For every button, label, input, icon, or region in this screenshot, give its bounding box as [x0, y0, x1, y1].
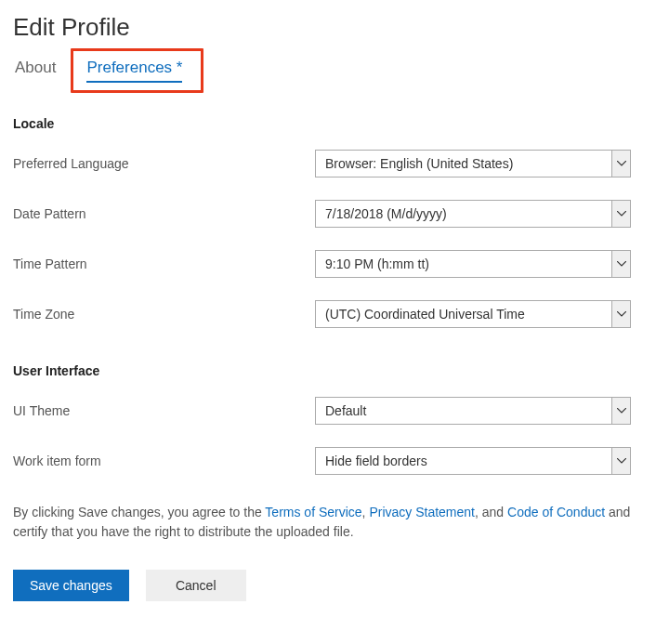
label-work-item-form: Work item form	[13, 453, 315, 468]
legal-prefix: By clicking Save changes, you agree to t…	[13, 505, 265, 519]
section-header-locale: Locale	[13, 116, 656, 131]
link-code-of-conduct[interactable]: Code of Conduct	[507, 505, 605, 519]
link-terms-of-service[interactable]: Terms of Service	[265, 505, 361, 519]
row-time-pattern: Time Pattern 9:10 PM (h:mm tt)	[13, 250, 656, 278]
annotation-highlight: Preferences *	[71, 48, 203, 93]
select-work-item-form[interactable]: Hide field borders	[315, 447, 631, 475]
legal-text: By clicking Save changes, you agree to t…	[13, 503, 656, 542]
row-date-pattern: Date Pattern 7/18/2018 (M/d/yyyy)	[13, 200, 656, 228]
save-changes-button[interactable]: Save changes	[13, 570, 129, 601]
label-time-zone: Time Zone	[13, 307, 315, 322]
page-title: Edit Profile	[13, 13, 656, 42]
row-work-item-form: Work item form Hide field borders	[13, 447, 656, 475]
select-preferred-language[interactable]: Browser: English (United States)	[315, 150, 631, 177]
button-row: Save changes Cancel	[13, 570, 656, 601]
label-preferred-language: Preferred Language	[13, 156, 315, 171]
legal-sep: , and	[475, 505, 507, 519]
label-time-pattern: Time Pattern	[13, 256, 315, 271]
link-privacy-statement[interactable]: Privacy Statement	[369, 505, 475, 519]
row-time-zone: Time Zone (UTC) Coordinated Universal Ti…	[13, 300, 656, 328]
tab-preferences[interactable]: Preferences *	[86, 59, 182, 83]
label-date-pattern: Date Pattern	[13, 206, 315, 221]
row-ui-theme: UI Theme Default	[13, 397, 656, 425]
row-preferred-language: Preferred Language Browser: English (Uni…	[13, 150, 656, 177]
cancel-button[interactable]: Cancel	[146, 570, 246, 601]
label-ui-theme: UI Theme	[13, 403, 315, 418]
tab-bar: About Preferences *	[13, 59, 656, 83]
select-ui-theme[interactable]: Default	[315, 397, 631, 425]
select-date-pattern[interactable]: 7/18/2018 (M/d/yyyy)	[315, 200, 631, 228]
select-time-pattern[interactable]: 9:10 PM (h:mm tt)	[315, 250, 631, 278]
section-header-ui: User Interface	[13, 363, 656, 378]
select-time-zone[interactable]: (UTC) Coordinated Universal Time	[315, 300, 631, 328]
tab-about[interactable]: About	[15, 59, 56, 83]
